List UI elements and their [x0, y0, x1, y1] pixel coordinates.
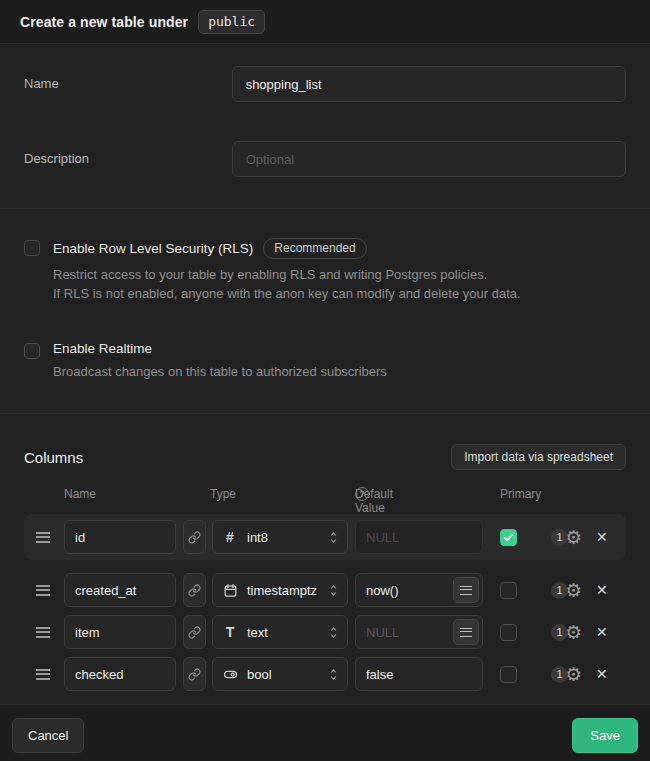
delete-column-button[interactable]: ✕ — [594, 583, 610, 597]
rls-toggle-row: Enable Row Level Security (RLS) Recommen… — [24, 238, 626, 303]
schema-badge: public — [198, 10, 265, 34]
options-section: Enable Row Level Security (RLS) Recommen… — [0, 209, 650, 414]
link-icon — [188, 531, 201, 544]
default-value-input[interactable] — [355, 657, 483, 691]
column-type-select[interactable]: bool — [212, 657, 348, 691]
settings-count-badge: 1 — [551, 582, 568, 599]
columns-title: Columns — [24, 449, 83, 466]
rls-checkbox[interactable] — [24, 240, 40, 256]
column-name-input[interactable] — [64, 657, 176, 691]
dialog-header: Create a new table under public — [0, 0, 650, 44]
column-row: T text 1 ⚙ ✕ — [24, 614, 626, 650]
primary-checkbox[interactable] — [500, 624, 517, 641]
table-name-input[interactable] — [232, 66, 626, 102]
primary-checkbox[interactable] — [500, 582, 517, 599]
default-value-input[interactable] — [355, 520, 483, 554]
column-type-value: int8 — [247, 530, 268, 545]
settings-count-badge: 1 — [551, 529, 568, 546]
text-icon: T — [221, 624, 239, 640]
foreign-key-link-button[interactable] — [183, 573, 206, 607]
drag-handle-icon[interactable] — [36, 669, 50, 680]
rls-label: Enable Row Level Security (RLS) — [53, 241, 253, 256]
cancel-button[interactable]: Cancel — [12, 718, 84, 753]
drag-handle-icon[interactable] — [36, 532, 50, 543]
link-icon — [188, 584, 201, 597]
calendar-icon — [221, 583, 239, 598]
link-icon — [188, 668, 201, 681]
columns-rows: # int8 1 ⚙ ✕ — [24, 514, 626, 692]
recommended-badge: Recommended — [263, 238, 366, 259]
primary-checkbox[interactable] — [500, 666, 517, 683]
column-name-input[interactable] — [64, 573, 176, 607]
header-name: Name — [64, 487, 96, 501]
dialog-footer: Cancel Save — [0, 704, 650, 761]
realtime-description: Broadcast changes on this table to autho… — [53, 362, 387, 381]
realtime-toggle-row: Enable Realtime Broadcast changes on thi… — [24, 341, 626, 381]
foreign-key-link-button[interactable] — [183, 615, 206, 649]
chevron-updown-icon — [328, 583, 339, 598]
column-type-select[interactable]: timestamptz — [212, 573, 348, 607]
chevron-updown-icon — [328, 625, 339, 640]
hash-icon: # — [221, 529, 239, 545]
drag-handle-icon[interactable] — [36, 627, 50, 638]
settings-count-badge: 1 — [551, 666, 568, 683]
default-value-wrap — [355, 615, 483, 649]
list-icon — [460, 586, 472, 595]
rls-description-line1: Restrict access to your table by enablin… — [53, 265, 521, 284]
default-value-wrap — [355, 520, 483, 554]
delete-column-button[interactable]: ✕ — [594, 667, 610, 681]
chevron-updown-icon — [328, 667, 339, 682]
column-name-input[interactable] — [64, 615, 176, 649]
delete-column-button[interactable]: ✕ — [594, 530, 610, 544]
header-primary: Primary — [500, 487, 541, 501]
column-type-value: text — [247, 625, 268, 640]
header-type: Type — [210, 487, 236, 501]
settings-count-badge: 1 — [551, 624, 568, 641]
column-type-select[interactable]: # int8 — [212, 520, 348, 554]
realtime-label: Enable Realtime — [53, 341, 152, 356]
table-description-input[interactable] — [232, 141, 626, 177]
import-spreadsheet-button[interactable]: Import data via spreadsheet — [451, 444, 626, 470]
help-icon[interactable]: ? — [355, 487, 369, 501]
foreign-key-link-button[interactable] — [183, 520, 206, 554]
table-info-section: Name Description — [0, 44, 650, 209]
column-type-value: bool — [247, 667, 272, 682]
chevron-updown-icon — [328, 530, 339, 545]
column-row: # int8 1 ⚙ ✕ — [24, 514, 626, 560]
list-icon — [460, 628, 472, 637]
column-row: bool 1 ⚙ ✕ — [24, 656, 626, 692]
primary-checkbox[interactable] — [500, 529, 517, 546]
description-label: Description — [24, 141, 232, 177]
column-row: timestamptz 1 ⚙ ✕ — [24, 572, 626, 608]
rls-description-line2: If RLS is not enabled, anyone with the a… — [53, 284, 521, 303]
default-value-suggestions-button[interactable] — [453, 577, 479, 603]
default-value-suggestions-button[interactable] — [453, 619, 479, 645]
name-label: Name — [24, 66, 232, 102]
toggle-icon — [221, 667, 239, 682]
dialog-title: Create a new table under — [20, 14, 188, 30]
drag-handle-icon[interactable] — [36, 585, 50, 596]
realtime-checkbox[interactable] — [24, 343, 40, 359]
column-type-select[interactable]: T text — [212, 615, 348, 649]
check-icon — [503, 532, 514, 543]
column-name-input[interactable] — [64, 520, 176, 554]
save-button[interactable]: Save — [572, 718, 638, 753]
default-value-wrap — [355, 573, 483, 607]
delete-column-button[interactable]: ✕ — [594, 625, 610, 639]
foreign-key-link-button[interactable] — [183, 657, 206, 691]
link-icon — [188, 626, 201, 639]
columns-grid-header: Name Type Default Value ? Primary — [24, 487, 626, 502]
columns-section: Columns Import data via spreadsheet Name… — [0, 414, 650, 704]
default-value-wrap — [355, 657, 483, 691]
column-type-value: timestamptz — [247, 583, 317, 598]
